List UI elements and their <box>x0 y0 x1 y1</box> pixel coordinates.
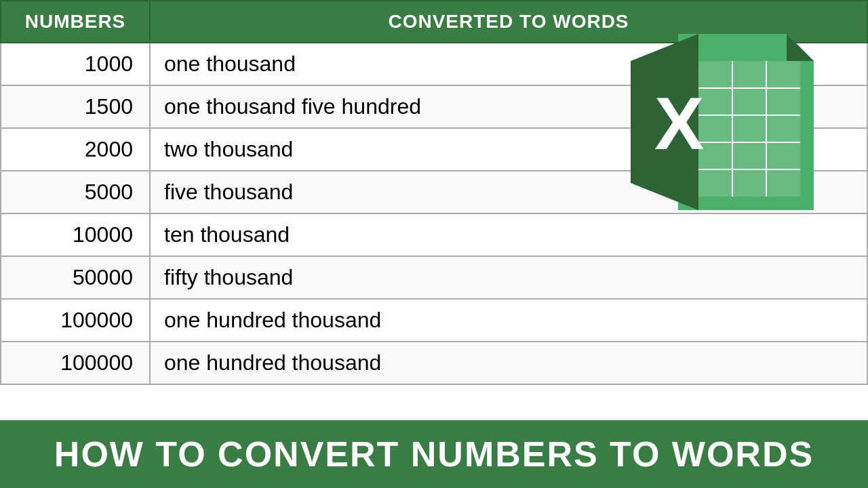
table-row: 50000fifty thousand <box>1 256 867 299</box>
svg-marker-1 <box>787 34 814 61</box>
col-numbers-header: NUMBERS <box>1 1 150 43</box>
svg-rect-2 <box>692 61 800 197</box>
number-cell: 50000 <box>1 256 150 299</box>
number-cell: 100000 <box>1 299 150 342</box>
words-cell: one hundred thousand <box>150 299 867 342</box>
footer-bar: HOW TO CONVERT NUMBERS TO WORDS <box>0 420 868 488</box>
footer-text: HOW TO CONVERT NUMBERS TO WORDS <box>54 434 814 474</box>
main-container: NUMBERS CONVERTED TO WORDS 1000one thous… <box>0 0 868 488</box>
number-cell: 1500 <box>1 85 150 128</box>
words-cell: fifty thousand <box>150 256 867 299</box>
table-row: 100000one hundred thousand <box>1 299 867 342</box>
table-section: NUMBERS CONVERTED TO WORDS 1000one thous… <box>0 0 868 420</box>
number-cell: 10000 <box>1 214 150 256</box>
excel-logo: X <box>610 20 854 251</box>
number-cell: 100000 <box>1 342 150 384</box>
svg-text:X: X <box>654 81 704 165</box>
words-cell: one hundred thousand <box>150 342 867 384</box>
number-cell: 5000 <box>1 171 150 214</box>
number-cell: 1000 <box>1 43 150 85</box>
table-row: 100000one hundred thousand <box>1 342 867 384</box>
number-cell: 2000 <box>1 128 150 171</box>
